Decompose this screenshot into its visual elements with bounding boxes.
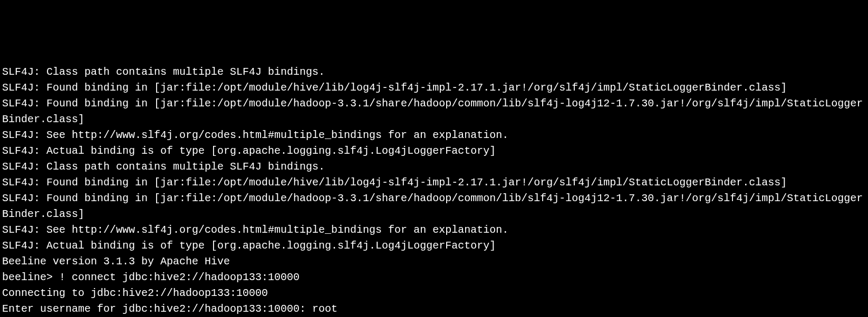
beeline-version-line: Beeline version 3.1.3 by Apache Hive (2, 254, 866, 270)
connecting-line: Connecting to jdbc:hive2://hadoop133:100… (2, 285, 866, 301)
log-line: SLF4J: Found binding in [jar:file:/opt/m… (2, 96, 866, 127)
log-line: SLF4J: See http://www.slf4j.org/codes.ht… (2, 127, 866, 143)
log-line: SLF4J: Class path contains multiple SLF4… (2, 159, 866, 175)
log-line: SLF4J: Class path contains multiple SLF4… (2, 64, 866, 80)
log-line: SLF4J: Found binding in [jar:file:/opt/m… (2, 80, 866, 96)
beeline-prompt-line: beeline> ! connect jdbc:hive2://hadoop13… (2, 270, 866, 285)
log-line: SLF4J: Found binding in [jar:file:/opt/m… (2, 191, 866, 222)
log-line: SLF4J: Found binding in [jar:file:/opt/m… (2, 175, 866, 191)
log-line: SLF4J: Actual binding is of type [org.ap… (2, 238, 866, 254)
log-line: SLF4J: Actual binding is of type [org.ap… (2, 143, 866, 159)
log-line: SLF4J: See http://www.slf4j.org/codes.ht… (2, 222, 866, 238)
terminal-output[interactable]: SLF4J: Class path contains multiple SLF4… (2, 64, 866, 317)
username-prompt-line: Enter username for jdbc:hive2://hadoop13… (2, 301, 866, 317)
